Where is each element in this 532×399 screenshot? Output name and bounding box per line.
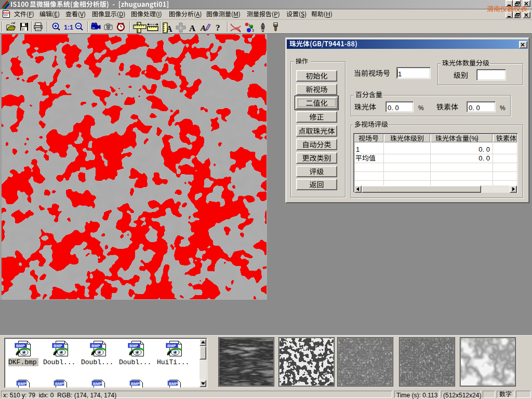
svg-text:A: A bbox=[189, 23, 196, 33]
svg-text:BMP: BMP bbox=[18, 381, 26, 386]
svg-text:BMP: BMP bbox=[169, 381, 178, 386]
svg-text:A: A bbox=[166, 24, 172, 33]
svg-text:3: 3 bbox=[252, 29, 254, 32]
svg-text:1:1: 1:1 bbox=[64, 24, 73, 31]
svg-text:BMP: BMP bbox=[55, 381, 64, 386]
svg-text:BMP: BMP bbox=[91, 343, 100, 348]
svg-text:A: A bbox=[200, 24, 206, 32]
svg-text:BMP: BMP bbox=[131, 381, 140, 386]
svg-text:?: ? bbox=[216, 23, 220, 33]
svg-text:BMP: BMP bbox=[129, 343, 138, 348]
svg-text:BMP: BMP bbox=[93, 381, 102, 386]
svg-text:BMP: BMP bbox=[167, 343, 176, 348]
svg-text:BMP: BMP bbox=[54, 343, 62, 348]
svg-text:BMP: BMP bbox=[16, 343, 25, 348]
svg-text:DOC: DOC bbox=[3, 11, 10, 15]
